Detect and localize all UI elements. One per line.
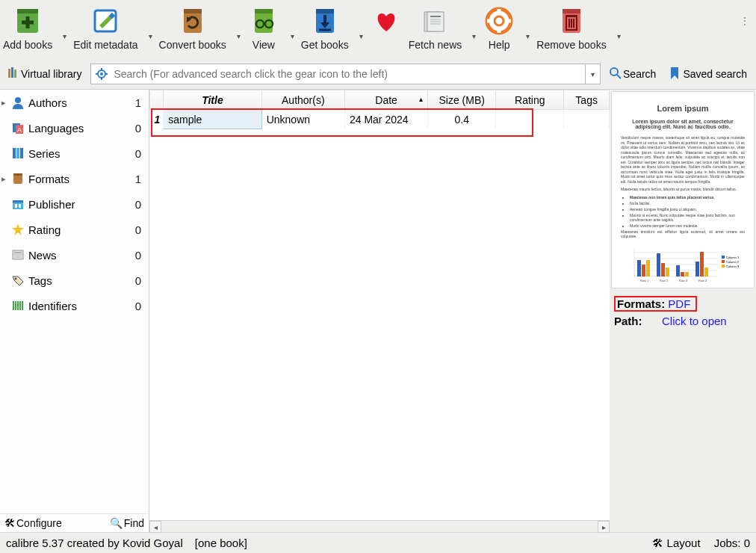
svg-rect-57: [13, 173, 22, 176]
svg-rect-81: [646, 260, 650, 276]
svg-rect-82: [657, 253, 660, 276]
category-count: 0: [135, 300, 143, 312]
wrench-icon: 🛠: [4, 517, 15, 529]
donate-button[interactable]: [367, 3, 406, 51]
svg-rect-97: [722, 260, 725, 263]
help-icon: [483, 4, 515, 37]
category-label: Identifiers: [28, 300, 135, 312]
get-books-icon: [309, 4, 341, 37]
view-dropdown[interactable]: ▾: [283, 32, 298, 40]
tag-browser-panel: ▸ Authors 1 A Languages 0 Series 0 ▸ For…: [0, 90, 149, 532]
svg-rect-80: [642, 265, 645, 276]
saved-search-button[interactable]: Saved search: [665, 66, 752, 83]
add-books-dropdown[interactable]: ▾: [55, 32, 70, 40]
scroll-right-icon[interactable]: ▸: [598, 521, 610, 533]
tag-browser-series[interactable]: Series 0: [0, 140, 149, 166]
column-header-rating[interactable]: Rating: [496, 90, 564, 110]
tag-browser-formats[interactable]: ▸ Formats 1: [0, 166, 149, 191]
get-books-button[interactable]: Get books: [298, 3, 352, 51]
tag-browser-news[interactable]: News 0: [0, 242, 149, 268]
cell-author: Unknown: [261, 110, 344, 129]
view-button[interactable]: View: [244, 3, 283, 51]
table-header-row: Title Author(s) Date▴ Size (MB) Rating T…: [150, 90, 610, 110]
layout-button[interactable]: 🛠 Layout: [652, 537, 700, 549]
virtual-library-button[interactable]: Virtual library: [3, 66, 86, 83]
expander-icon[interactable]: ▸: [1, 98, 10, 108]
languages-icon: A: [10, 120, 25, 135]
svg-rect-32: [563, 9, 580, 13]
svg-rect-7: [184, 9, 202, 13]
category-label: Languages: [28, 122, 135, 135]
svg-rect-61: [19, 204, 21, 208]
expander-icon[interactable]: ▸: [1, 174, 10, 184]
tag-browser-identifiers[interactable]: Identifiers 0: [0, 293, 149, 318]
tag-browser-footer: 🛠 Configure 🔍 Find: [0, 513, 149, 532]
search-button[interactable]: Search: [605, 66, 660, 83]
search-history-dropdown[interactable]: ▾: [585, 64, 600, 84]
edit-metadata-button[interactable]: Edit metadata: [70, 3, 140, 51]
path-link[interactable]: Click to open: [662, 315, 727, 327]
svg-rect-55: [20, 148, 23, 158]
svg-rect-37: [566, 15, 577, 17]
edit-metadata-dropdown[interactable]: ▾: [141, 32, 156, 40]
fetch-news-button[interactable]: Fetch news: [406, 3, 465, 51]
svg-text:A: A: [17, 126, 22, 134]
category-count: 0: [135, 223, 143, 236]
series-icon: [10, 146, 25, 161]
add-books-icon: [11, 4, 44, 37]
cover-preview[interactable]: Lorem ipsum Lorem ipsum dolor sit amet, …: [611, 91, 755, 288]
category-label: Publisher: [28, 198, 135, 211]
convert-books-dropdown[interactable]: ▾: [229, 32, 244, 40]
add-books-button[interactable]: Add books: [0, 3, 55, 51]
scroll-left-icon[interactable]: ◂: [149, 521, 161, 533]
convert-books-button[interactable]: Convert books: [156, 3, 229, 51]
virtual-library-icon: [7, 67, 18, 81]
toolbar-overflow-icon[interactable]: ⋮: [734, 3, 756, 39]
remove-books-button[interactable]: Remove books: [533, 3, 609, 51]
find-label: Find: [124, 517, 144, 529]
column-header-tags[interactable]: Tags: [564, 90, 610, 110]
column-header-size[interactable]: Size (MB): [428, 90, 496, 110]
svg-rect-10: [255, 9, 273, 13]
search-input[interactable]: [112, 64, 585, 84]
formats-icon: [10, 171, 25, 186]
column-header-author[interactable]: Author(s): [261, 90, 344, 110]
find-button[interactable]: 🔍 Find: [110, 517, 144, 529]
help-dropdown[interactable]: ▾: [518, 32, 533, 40]
category-count: 1: [135, 173, 143, 185]
svg-rect-87: [685, 272, 689, 276]
horizontal-scrollbar[interactable]: ◂ ▸: [149, 520, 610, 532]
cell-title[interactable]: sample: [164, 110, 261, 129]
tag-browser-languages[interactable]: A Languages 0: [0, 115, 149, 140]
category-count: 0: [135, 147, 143, 160]
edit-metadata-label: Edit metadata: [73, 39, 137, 51]
formats-link[interactable]: PDF: [668, 297, 690, 310]
configure-button[interactable]: 🛠 Configure: [4, 517, 62, 529]
search-bar: Virtual library ▾ Search Saved search: [0, 61, 756, 89]
tag-browser-rating[interactable]: Rating 0: [0, 217, 149, 242]
column-header-date[interactable]: Date▴: [344, 90, 427, 110]
tag-browser-tags[interactable]: Tags 0: [0, 268, 149, 293]
saved-search-label: Saved search: [683, 68, 747, 80]
column-header-title[interactable]: Title: [164, 90, 261, 110]
identifiers-icon: [10, 298, 25, 313]
svg-rect-85: [676, 265, 680, 276]
rating-icon: [10, 222, 25, 237]
jobs-indicator[interactable]: Jobs: 0: [714, 537, 750, 549]
tag-browser-publisher[interactable]: Publisher 0: [0, 191, 149, 217]
cover-list: Maecenas non lorem quis tellus placerat …: [621, 195, 745, 228]
virtual-library-label: Virtual library: [21, 68, 81, 80]
category-count: 0: [135, 122, 143, 135]
cover-chart: Row 1 Row 2 Row 3 Row 4 Column 1 Column …: [621, 245, 748, 282]
svg-rect-95: [722, 256, 725, 259]
svg-point-67: [15, 278, 17, 280]
help-button[interactable]: Help: [480, 3, 518, 51]
fetch-news-dropdown[interactable]: ▾: [465, 32, 480, 40]
search-gear-icon[interactable]: [91, 64, 112, 84]
column-header-index[interactable]: [150, 90, 164, 110]
tag-browser-authors[interactable]: ▸ Authors 1: [0, 90, 149, 115]
remove-books-dropdown[interactable]: ▾: [610, 32, 625, 40]
get-books-dropdown[interactable]: ▾: [352, 32, 367, 40]
tag-browser: ▸ Authors 1 A Languages 0 Series 0 ▸ For…: [0, 90, 149, 513]
table-row[interactable]: 1 sample Unknown 24 Mar 2024 0.4: [150, 110, 610, 129]
